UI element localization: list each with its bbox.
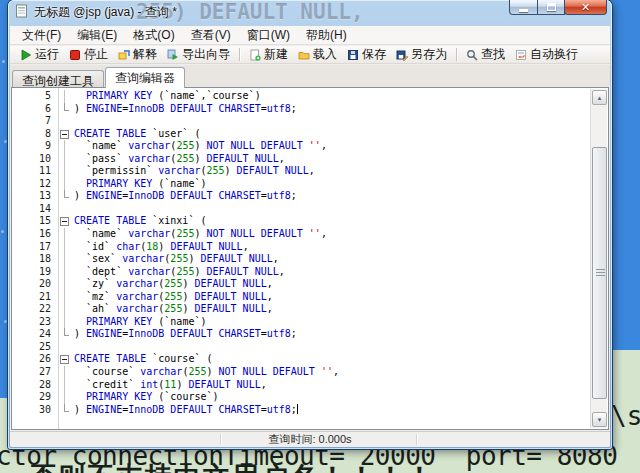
line-number: 10 [12, 153, 58, 166]
word-wrap-button[interactable]: 自动换行 [510, 47, 583, 63]
code-line[interactable]: 10 `pass` varchar(255) DEFAULT NULL, [12, 153, 590, 166]
menu-help[interactable]: 帮助(H) [298, 26, 355, 44]
code-line[interactable]: 26CREATE TABLE `course` ( [12, 353, 590, 366]
code-line[interactable]: 21 `mz` varchar(255) DEFAULT NULL, [12, 291, 590, 304]
code-text: `sex` varchar(255) DEFAULT NULL, [72, 253, 279, 266]
code-line[interactable]: 14 [12, 203, 590, 216]
tab-query-editor[interactable]: 查询编辑器 [105, 67, 185, 88]
run-button[interactable]: 运行 [15, 47, 64, 63]
line-number: 17 [12, 241, 58, 254]
code-line[interactable]: 6) ENGINE=InnoDB DEFAULT CHARSET=utf8; [12, 103, 590, 116]
fold-toggle-icon[interactable] [58, 353, 72, 366]
scroll-down-button[interactable]: ▼ [592, 412, 607, 427]
menu-format[interactable]: 格式(O) [125, 26, 182, 44]
new-label: 新建 [264, 46, 288, 63]
code-line[interactable]: 12 PRIMARY KEY (`name`) [12, 178, 590, 191]
fold-guide [58, 203, 72, 216]
save-as-label: 另存为 [411, 46, 447, 63]
line-number: 5 [12, 90, 58, 103]
sql-editor[interactable]: 5 PRIMARY KEY (`name`,`course`)6) ENGINE… [11, 87, 609, 430]
code-lines[interactable]: 5 PRIMARY KEY (`name`,`course`)6) ENGINE… [12, 90, 590, 429]
save-icon [347, 49, 359, 61]
run-label: 运行 [35, 46, 59, 63]
code-line[interactable]: 30) ENGINE=InnoDB DEFAULT CHARSET=utf8; [12, 404, 590, 417]
menu-file[interactable]: 文件(F) [14, 26, 69, 44]
fold-toggle-icon[interactable] [58, 128, 72, 141]
code-text: `name` varchar(255) NOT NULL DEFAULT '', [72, 228, 327, 241]
code-line[interactable]: 29 PRIMARY KEY (`course`) [12, 391, 590, 404]
tab-query-builder[interactable]: 查询创建工具 [12, 70, 104, 88]
code-line[interactable]: 13) ENGINE=InnoDB DEFAULT CHARSET=utf8; [12, 190, 590, 203]
load-button[interactable]: 载入 [293, 47, 342, 63]
maximize-button[interactable] [537, 0, 565, 15]
code-text [72, 115, 74, 128]
fold-guide [58, 391, 72, 404]
menu-edit[interactable]: 编辑(E) [69, 26, 125, 44]
code-text: ) ENGINE=InnoDB DEFAULT CHARSET=utf8; [72, 328, 297, 341]
code-line[interactable]: 15CREATE TABLE `xinxi` ( [12, 215, 590, 228]
tab-strip: 查询创建工具 查询编辑器 [10, 65, 610, 88]
fold-guide [58, 266, 72, 279]
close-icon: ✕ [581, 1, 590, 14]
code-line[interactable]: 24) ENGINE=InnoDB DEFAULT CHARSET=utf8; [12, 328, 590, 341]
close-button[interactable]: ✕ [564, 0, 607, 15]
title-bar[interactable]: 255) DEFAULT NULL, 无标题 @jsp (java) - 查询 … [8, 0, 612, 26]
line-number: 14 [12, 203, 58, 216]
save-button[interactable]: 保存 [342, 47, 391, 63]
code-text: PRIMARY KEY (`name`) [72, 178, 206, 191]
window-client-area: 文件(F) 编辑(E) 格式(O) 查看(V) 窗口(W) 帮助(H) 运行 停… [10, 26, 610, 447]
run-icon [20, 49, 32, 61]
fold-guide [58, 303, 72, 316]
code-line[interactable]: 25 [12, 341, 590, 354]
vertical-scrollbar[interactable]: ▲ ▼ [590, 89, 607, 428]
code-text: PRIMARY KEY (`name`,`course`) [72, 90, 261, 103]
new-icon [249, 49, 261, 61]
export-wizard-button[interactable]: 导出向导 [162, 47, 235, 63]
code-text: ) ENGINE=InnoDB DEFAULT CHARSET=utf8; [72, 103, 297, 116]
fold-toggle-icon[interactable] [58, 215, 72, 228]
code-line[interactable]: 5 PRIMARY KEY (`name`,`course`) [12, 90, 590, 103]
code-line[interactable]: 11 `permissin` varchar(255) DEFAULT NULL… [12, 165, 590, 178]
toolbar-separator [239, 48, 240, 61]
save-as-button[interactable]: 另存为 [391, 47, 452, 63]
code-line[interactable]: 19 `dept` varchar(255) DEFAULT NULL, [12, 266, 590, 279]
code-text: `credit` int(11) DEFAULT NULL, [72, 379, 267, 392]
statusbar-separator [220, 434, 221, 445]
arrow-up-icon: ▲ [597, 95, 603, 101]
line-number: 21 [12, 291, 58, 304]
explain-button[interactable]: 解释 [113, 47, 162, 63]
stop-button[interactable]: 停止 [64, 47, 113, 63]
scroll-up-button[interactable]: ▲ [592, 90, 607, 105]
code-line[interactable]: 8CREATE TABLE `user` ( [12, 128, 590, 141]
stop-icon [69, 49, 81, 61]
scrollbar-thumb[interactable] [592, 147, 607, 399]
code-line[interactable]: 20 `zy` varchar(255) DEFAULT NULL, [12, 278, 590, 291]
toolbar-separator [456, 48, 457, 61]
line-number: 12 [12, 178, 58, 191]
line-number: 27 [12, 366, 58, 379]
code-line[interactable]: 27 `course` varchar(255) NOT NULL DEFAUL… [12, 366, 590, 379]
code-text: PRIMARY KEY (`name`) [72, 316, 206, 329]
fold-guide [58, 103, 72, 116]
code-line[interactable]: 28 `credit` int(11) DEFAULT NULL, [12, 379, 590, 392]
fold-guide [58, 341, 72, 354]
code-line[interactable]: 9 `name` varchar(255) NOT NULL DEFAULT '… [12, 140, 590, 153]
code-line[interactable]: 18 `sex` varchar(255) DEFAULT NULL, [12, 253, 590, 266]
new-button[interactable]: 新建 [244, 47, 293, 63]
code-line[interactable]: 23 PRIMARY KEY (`name`) [12, 316, 590, 329]
window-icon [15, 4, 29, 18]
line-number: 11 [12, 165, 58, 178]
code-line[interactable]: 7 [12, 115, 590, 128]
code-text [72, 341, 74, 354]
find-button[interactable]: 查找 [461, 47, 510, 63]
maximize-icon [547, 3, 556, 11]
fold-guide [58, 241, 72, 254]
code-line[interactable]: 16 `name` varchar(255) NOT NULL DEFAULT … [12, 228, 590, 241]
menu-view[interactable]: 查看(V) [183, 26, 239, 44]
fold-guide [58, 190, 72, 203]
menu-window[interactable]: 窗口(W) [239, 26, 298, 44]
explain-icon [118, 49, 130, 61]
minimize-button[interactable] [509, 0, 538, 15]
code-line[interactable]: 17 `id` char(18) DEFAULT NULL, [12, 241, 590, 254]
code-line[interactable]: 22 `ah` varchar(255) DEFAULT NULL, [12, 303, 590, 316]
